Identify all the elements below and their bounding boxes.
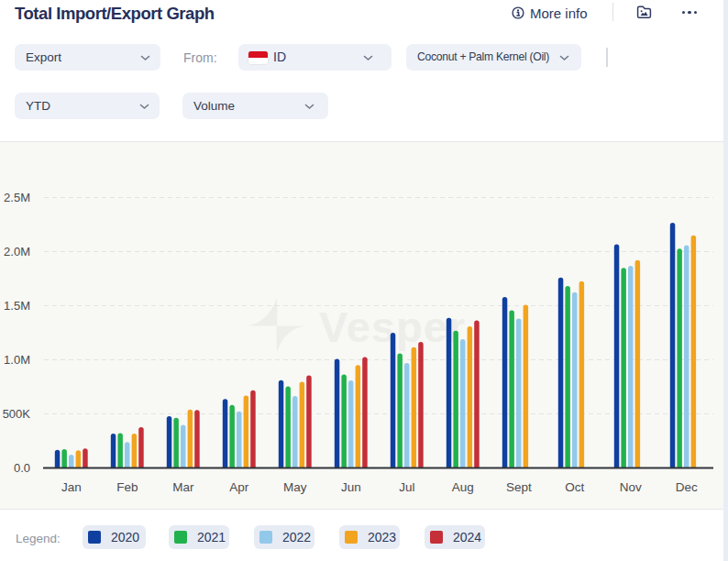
svg-text:1.0M: 1.0M <box>4 353 30 367</box>
svg-text:Sept: Sept <box>506 480 532 494</box>
svg-text:Oct: Oct <box>565 480 584 494</box>
svg-text:2.0M: 2.0M <box>4 245 30 258</box>
svg-text:Feb: Feb <box>116 480 138 494</box>
svg-text:May: May <box>283 480 307 494</box>
svg-text:Apr: Apr <box>229 480 249 494</box>
svg-text:2.5M: 2.5M <box>4 191 30 204</box>
svg-text:Mar: Mar <box>172 480 194 494</box>
svg-text:Jun: Jun <box>341 480 361 494</box>
svg-text:Dec: Dec <box>676 480 698 494</box>
svg-text:0.0: 0.0 <box>14 461 30 475</box>
svg-text:1.5M: 1.5M <box>4 299 30 313</box>
svg-text:Jul: Jul <box>399 480 414 494</box>
svg-text:Aug: Aug <box>452 480 474 494</box>
svg-text:Jan: Jan <box>61 480 82 494</box>
svg-text:Nov: Nov <box>620 480 642 494</box>
svg-text:500K: 500K <box>3 407 31 421</box>
